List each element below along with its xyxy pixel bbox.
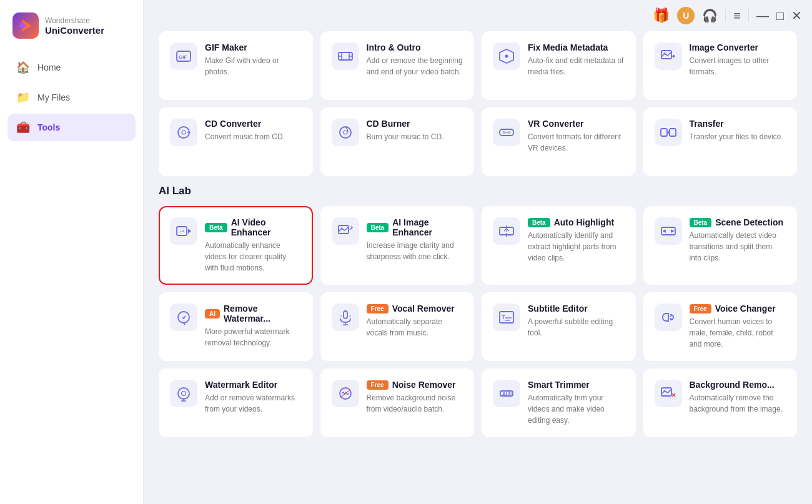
- svg-point-42: [182, 392, 186, 396]
- menu-icon[interactable]: ≡: [733, 9, 741, 23]
- svg-point-15: [182, 131, 186, 134]
- tool-card-ai-image-enhancer[interactable]: Beta AI Image Enhancer Increase image cl…: [320, 206, 475, 285]
- vocal-remover-icon: [332, 304, 359, 331]
- ai-lab-grid: Beta AI Video Enhancer Automatically enh…: [159, 206, 797, 437]
- voice-changer-icon: [655, 304, 682, 331]
- svg-rect-24: [177, 227, 187, 235]
- scene-detection-title: Scene Detection: [715, 217, 783, 227]
- voice-changer-title: Voice Changer: [715, 304, 776, 314]
- logo-text: Wondershare UniConverter: [45, 16, 104, 36]
- tool-card-auto-highlight[interactable]: Beta Auto Highlight Automatically identi…: [482, 206, 636, 285]
- subtitle-editor-icon: T: [493, 304, 520, 331]
- vr-converter-title: VR Converter: [528, 119, 583, 129]
- tool-card-noise-remover[interactable]: Free Noise Remover Remove background noi…: [320, 368, 475, 437]
- logo-icon: [12, 12, 39, 39]
- tool-card-fix-media[interactable]: Fix Media Metadata Auto-fix and edit met…: [482, 31, 636, 100]
- transfer-title: Transfer: [690, 119, 724, 129]
- intro-outro-icon: [332, 42, 359, 70]
- myfiles-icon: 📁: [16, 91, 30, 104]
- ai-video-enhancer-title: AI Video Enhancer: [231, 217, 302, 237]
- tool-card-ai-video-enhancer[interactable]: Beta AI Video Enhancer Automatically enh…: [159, 206, 313, 285]
- topbar-separator2: [748, 9, 749, 22]
- noise-remover-badge: Free: [367, 380, 389, 390]
- subtitle-editor-title: Subtitle Editor: [528, 304, 588, 314]
- transfer-icon: [655, 119, 682, 146]
- remove-watermark-icon: [170, 304, 197, 331]
- nav-label-tools: Tools: [37, 122, 60, 132]
- svg-point-19: [503, 131, 506, 134]
- tool-card-intro-outro[interactable]: Intro & Outro Add or remove the beginnin…: [320, 31, 475, 100]
- voice-changer-badge: Free: [690, 304, 711, 314]
- background-remover-icon: [655, 380, 682, 407]
- topbar-separator: [725, 9, 726, 22]
- watermark-editor-icon: [170, 380, 197, 407]
- tool-card-background-remover[interactable]: Background Remo... Automatically remove …: [643, 368, 798, 437]
- image-converter-title: Image Converter: [690, 42, 758, 52]
- gif-maker-icon: GIF: [170, 42, 197, 70]
- tool-card-scene-detection[interactable]: Beta Scene Detection Automatically detec…: [643, 206, 798, 285]
- tool-card-vocal-remover[interactable]: Free Vocal Remover Automatically separat…: [320, 292, 475, 361]
- ai-image-enhancer-desc: Increase image clarity and sharpness wit…: [367, 240, 463, 262]
- svg-point-20: [508, 131, 511, 134]
- transfer-desc: Transfer your files to device.: [690, 131, 786, 142]
- svg-rect-23: [670, 129, 676, 136]
- cd-converter-desc: Convert music from CD.: [205, 131, 302, 142]
- background-remover-desc: Automatically remove the background from…: [690, 392, 786, 415]
- user-avatar[interactable]: U: [677, 7, 695, 24]
- noise-remover-icon: [332, 380, 359, 407]
- watermark-editor-title: Watermark Editor: [205, 380, 277, 390]
- auto-highlight-icon: [493, 217, 520, 245]
- auto-highlight-badge: Beta: [528, 218, 550, 227]
- vr-converter-icon: [493, 119, 520, 146]
- watermark-editor-desc: Add or remove watermarks from your video…: [205, 392, 302, 415]
- tools-icon: 🧰: [16, 121, 30, 134]
- nav-item-myfiles[interactable]: 📁 My Files: [7, 84, 136, 111]
- cd-converter-icon: [170, 119, 197, 146]
- fix-media-title: Fix Media Metadata: [528, 42, 608, 52]
- tool-card-watermark-editor[interactable]: Watermark Editor Add or remove watermark…: [159, 368, 313, 437]
- auto-highlight-desc: Automatically identify and extract highl…: [528, 230, 625, 264]
- maximize-button[interactable]: □: [776, 9, 784, 23]
- ai-image-enhancer-badge: Beta: [367, 223, 389, 232]
- tool-card-vr-converter[interactable]: VR Converter Convert formats for differe…: [482, 107, 636, 176]
- tool-card-voice-changer[interactable]: Free Voice Changer Convert human voices …: [643, 292, 798, 361]
- cd-converter-title: CD Converter: [205, 119, 261, 129]
- tool-card-cd-converter[interactable]: CD Converter Convert music from CD.: [159, 107, 313, 176]
- nav-label-home: Home: [37, 62, 61, 72]
- remove-watermark-title: Remove Watermar...: [224, 304, 302, 324]
- cd-burner-icon: [332, 119, 359, 146]
- vocal-remover-title: Vocal Remover: [392, 304, 455, 314]
- smart-trimmer-desc: Automatically trim your videos and make …: [528, 392, 625, 426]
- close-button[interactable]: ✕: [791, 8, 802, 23]
- nav-item-home[interactable]: 🏠 Home: [7, 54, 136, 81]
- ai-video-enhancer-icon: [170, 217, 197, 245]
- gift-icon[interactable]: 🎁: [653, 7, 670, 24]
- ai-image-enhancer-title: AI Image Enhancer: [392, 217, 463, 237]
- noise-remover-title: Noise Remover: [392, 380, 456, 390]
- logo-area: Wondershare UniConverter: [0, 0, 143, 54]
- tool-card-remove-watermark[interactable]: AI Remove Watermar... More powerful wate…: [159, 292, 313, 361]
- smart-trimmer-icon: AI: [493, 380, 520, 407]
- cd-burner-desc: Burn your music to CD.: [367, 131, 463, 142]
- subtitle-editor-desc: A powerful subtitle editing tool.: [528, 316, 625, 338]
- svg-point-17: [344, 131, 347, 134]
- svg-text:GIF: GIF: [179, 54, 187, 60]
- sidebar: Wondershare UniConverter 🏠 Home 📁 My Fil…: [0, 0, 144, 504]
- minimize-button[interactable]: —: [756, 9, 769, 23]
- tool-card-gif-maker[interactable]: GIF GIF Maker Make Gif with video or pho…: [159, 31, 313, 100]
- gif-maker-title: GIF Maker: [205, 42, 247, 52]
- vr-converter-desc: Convert formats for different VR devices…: [528, 131, 625, 154]
- tool-card-subtitle-editor[interactable]: T Subtitle Editor A powerful subtitle ed…: [482, 292, 636, 361]
- nav-item-tools[interactable]: 🧰 Tools: [7, 114, 136, 141]
- tool-card-cd-burner[interactable]: CD Burner Burn your music to CD.: [320, 107, 475, 176]
- fix-media-desc: Auto-fix and edit metadata of media file…: [528, 55, 625, 77]
- remove-watermark-desc: More powerful watermark removal technolo…: [205, 326, 302, 348]
- tool-card-transfer[interactable]: Transfer Transfer your files to device.: [643, 107, 798, 176]
- tool-card-image-converter[interactable]: Image Converter Convert images to other …: [643, 31, 798, 100]
- headphones-icon[interactable]: 🎧: [702, 8, 718, 23]
- main-content: GIF GIF Maker Make Gif with video or pho…: [144, 0, 812, 461]
- svg-point-26: [182, 230, 184, 232]
- svg-point-11: [505, 55, 508, 58]
- tool-card-smart-trimmer[interactable]: AI Smart Trimmer Automatically trim your…: [482, 368, 636, 437]
- svg-rect-22: [661, 129, 667, 136]
